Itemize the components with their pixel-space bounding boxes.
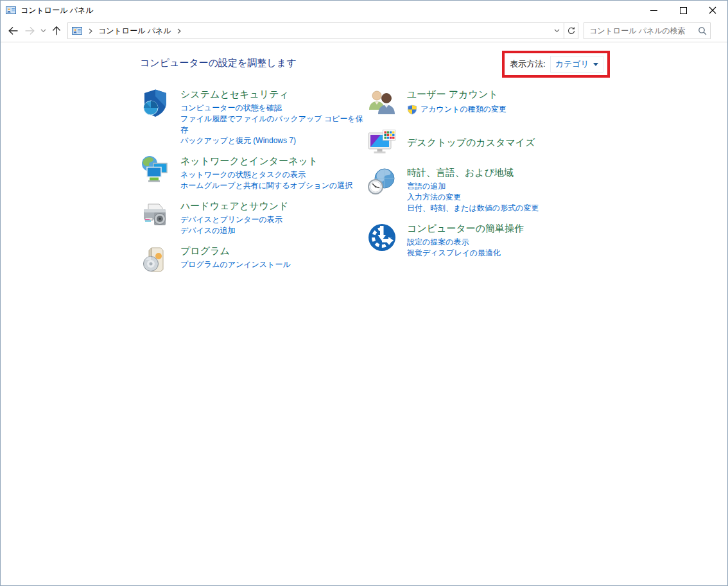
maximize-icon — [680, 7, 687, 14]
breadcrumb-chevron-icon[interactable] — [174, 23, 184, 39]
category-column-left: システムとセキュリティ コンピューターの状態を確認 ファイル履歴でファイルのバッ… — [140, 88, 366, 275]
search-icon[interactable] — [695, 26, 710, 35]
link-add-language[interactable]: 言語の追加 — [407, 181, 539, 192]
link-change-account-type[interactable]: アカウントの種類の変更 — [420, 104, 507, 115]
minimize-icon — [650, 10, 657, 11]
category-column-right: ユーザー アカウント アカウントの種類の変更 — [367, 88, 598, 259]
clock-language-region-icon[interactable] — [367, 166, 397, 197]
forward-button[interactable] — [21, 22, 38, 39]
category-title-clock-language-region[interactable]: 時計、言語、および地域 — [407, 167, 514, 178]
close-button[interactable] — [698, 1, 727, 20]
category-title-hardware-sound[interactable]: ハードウェアとサウンド — [180, 200, 289, 212]
titlebar: コントロール パネル — [1, 1, 727, 20]
link-backup-restore-windows7[interactable]: バックアップと復元 (Windows 7) — [180, 135, 366, 146]
maximize-button[interactable] — [668, 1, 698, 20]
category-desktop-customization: デスクトップのカスタマイズ — [367, 127, 598, 158]
category-title-programs[interactable]: プログラム — [180, 245, 230, 257]
hardware-sound-icon[interactable] — [140, 200, 171, 230]
uac-shield-icon — [407, 105, 417, 115]
view-by-label: 表示方法: — [510, 58, 546, 70]
recent-pages-dropdown[interactable] — [38, 22, 48, 39]
refresh-button[interactable] — [564, 22, 578, 39]
highlight-box: 表示方法: カテゴリ — [502, 51, 610, 78]
uac-link-row: アカウントの種類の変更 — [407, 104, 507, 115]
control-panel-icon — [72, 26, 82, 36]
page-title: コンピューターの設定を調整します — [140, 57, 297, 69]
ease-of-access-icon[interactable] — [367, 222, 397, 253]
link-view-network-status[interactable]: ネットワークの状態とタスクの表示 — [180, 169, 352, 180]
up-button[interactable] — [48, 22, 65, 39]
user-accounts-icon[interactable] — [367, 88, 397, 119]
category-title-network-internet[interactable]: ネットワークとインターネット — [180, 155, 318, 167]
link-uninstall-program[interactable]: プログラムのアンインストール — [180, 259, 291, 270]
address-dropdown-button[interactable] — [550, 23, 564, 39]
link-change-date-time-number-formats[interactable]: 日付、時刻、または数値の形式の変更 — [407, 203, 539, 214]
window-title: コントロール パネル — [21, 5, 94, 16]
chevron-down-icon — [40, 29, 46, 33]
up-icon — [52, 26, 61, 36]
forward-icon — [24, 26, 35, 35]
desktop-customization-icon[interactable] — [367, 127, 397, 158]
search-input[interactable] — [584, 26, 695, 35]
breadcrumb-chevron-icon[interactable] — [85, 23, 96, 39]
search-box — [584, 22, 711, 39]
category-network-internet: ネットワークとインターネット ネットワークの状態とタスクの表示 ホームグループと… — [140, 155, 366, 191]
category-hardware-sound: ハードウェアとサウンド デバイスとプリンターの表示 デバイスの追加 — [140, 200, 366, 236]
category-title-system-security[interactable]: システムとセキュリティ — [180, 89, 289, 100]
link-check-computer-status[interactable]: コンピューターの状態を確認 — [180, 103, 366, 114]
refresh-icon — [567, 26, 576, 35]
link-change-input-methods[interactable]: 入力方法の変更 — [407, 192, 539, 203]
content-area: コンピューターの設定を調整します 表示方法: カテゴリ システムとセ — [1, 42, 727, 585]
control-panel-window: コントロール パネル — [0, 0, 728, 586]
address-bar[interactable]: コントロール パネル — [67, 22, 564, 39]
link-view-devices-printers[interactable]: デバイスとプリンターの表示 — [180, 214, 289, 225]
navigation-bar: コントロール パネル — [1, 20, 727, 42]
close-icon — [709, 6, 716, 14]
back-button[interactable] — [4, 22, 21, 39]
category-user-accounts: ユーザー アカウント アカウントの種類の変更 — [367, 88, 598, 119]
category-programs: プログラム プログラムのアンインストール — [140, 245, 366, 275]
link-optimize-visual-display[interactable]: 視覚ディスプレイの最適化 — [407, 248, 524, 259]
back-icon — [8, 26, 19, 35]
view-by-value: カテゴリ — [555, 58, 589, 70]
category-title-desktop-customization[interactable]: デスクトップのカスタマイズ — [407, 137, 535, 148]
link-add-device[interactable]: デバイスの追加 — [180, 225, 289, 236]
window-controls — [639, 1, 727, 20]
link-file-history-backup[interactable]: ファイル履歴でファイルのバックアップ コピーを保存 — [180, 114, 366, 135]
category-title-ease-of-access[interactable]: コンピューターの簡単操作 — [407, 223, 524, 234]
network-internet-icon[interactable] — [140, 155, 171, 185]
minimize-button[interactable] — [639, 1, 668, 20]
system-security-icon[interactable] — [140, 88, 171, 119]
category-clock-language-region: 時計、言語、および地域 言語の追加 入力方法の変更 日付、時刻、または数値の形式… — [367, 166, 598, 214]
link-homegroup-sharing-options[interactable]: ホームグループと共有に関するオプションの選択 — [180, 180, 352, 191]
programs-icon[interactable] — [140, 245, 171, 275]
category-title-user-accounts[interactable]: ユーザー アカウント — [407, 89, 498, 100]
category-ease-of-access: コンピューターの簡単操作 設定の提案の表示 視覚ディスプレイの最適化 — [367, 222, 598, 259]
view-by-dropdown[interactable]: カテゴリ — [550, 56, 603, 73]
caret-down-icon — [593, 63, 598, 66]
control-panel-icon — [6, 5, 16, 15]
breadcrumb-control-panel[interactable]: コントロール パネル — [96, 26, 174, 37]
chevron-down-icon — [554, 29, 560, 33]
category-system-security: システムとセキュリティ コンピューターの状態を確認 ファイル履歴でファイルのバッ… — [140, 88, 366, 146]
link-suggested-settings[interactable]: 設定の提案の表示 — [407, 237, 524, 248]
